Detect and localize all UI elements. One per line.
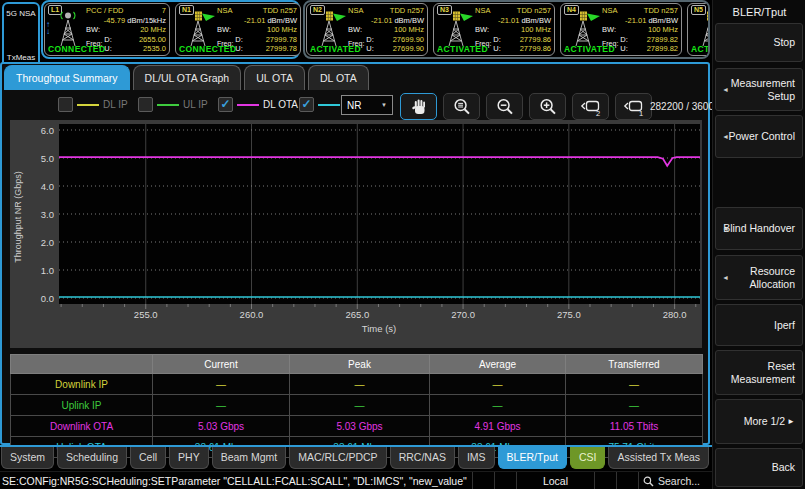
cell-summary-N3[interactable]: N3 NSATDD n257 -21.01 dBm/BW BW:100 MHz [433, 3, 555, 56]
tab-dl-ul-ota-graph[interactable]: DL/UL OTA Graph [133, 65, 242, 90]
checkbox-dl-ota[interactable]: ✓ [218, 97, 233, 112]
legend-item-dl-ota[interactable]: ✓ DL OTA [218, 97, 298, 112]
cell-value: 5.03 Gbps [153, 416, 290, 437]
cell-power-unit: dBm/BW [267, 16, 297, 25]
tab-scheduling[interactable]: Scheduling [57, 447, 127, 469]
ul-freq: 27899.82 [647, 44, 678, 54]
cell-value: 5.03 Gbps [290, 416, 430, 437]
cell-bw: 100 MHz [521, 25, 551, 35]
row-label: Downlink IP [11, 374, 153, 395]
reset-measurement-button[interactable]: Reset Measurement [715, 350, 803, 395]
softkey-panel-title: BLER/Tput [713, 0, 805, 18]
checkmark-icon: ✓ [301, 98, 311, 111]
svg-text:2.0: 2.0 [41, 237, 54, 248]
throughput-chart-panel[interactable]: 255.0260.0265.0270.0275.0280.0 0.01.02.0… [10, 120, 702, 348]
checkbox-dl-ip[interactable] [58, 97, 73, 112]
tab-ims[interactable]: IMS [458, 447, 495, 469]
tab-throughput-summary[interactable]: Throughput Summary [4, 65, 130, 90]
cell-band: TDD n257 [644, 6, 678, 16]
cell-value: — [153, 395, 290, 416]
button-label: Blind Handover [723, 222, 795, 235]
antenna-tower-icon [52, 11, 84, 47]
dl-freq: 27699.90 [393, 35, 424, 45]
checkbox-ul-ip[interactable] [138, 97, 153, 112]
resource-allocation-button[interactable]: ◄ Resource Allocation [715, 255, 803, 300]
measurement-setup-button[interactable]: ◄ Measurement Setup [715, 68, 803, 111]
cell-value: — [430, 374, 566, 395]
col-header-transferred: Transferred [566, 355, 703, 374]
zoom-out-icon [495, 97, 515, 117]
more-pages-button[interactable]: More 1/2 ► [715, 399, 803, 444]
ul-freq: 2535.0 [143, 44, 166, 54]
pan-tool-button[interactable] [400, 93, 437, 120]
tab-dl-ota[interactable]: DL OTA [308, 65, 369, 90]
checkbox-ul-ota[interactable]: ✓ [299, 97, 314, 112]
category-tabs: System Scheduling Cell PHY Beam Mgmt MAC… [1, 447, 709, 469]
status-cell-blank [594, 472, 616, 489]
tab-csi[interactable]: CSI [570, 447, 606, 469]
legend-item-dl-ip[interactable]: DL IP [58, 97, 128, 112]
iperf-button[interactable]: Iperf [715, 304, 803, 346]
back-button[interactable]: Back [715, 448, 803, 487]
cell-summary-N4[interactable]: N4 NSATDD n257 -21.01 dBm/BW BW:100 MHz [560, 3, 682, 56]
zoom-out-button[interactable] [486, 93, 523, 120]
cell-power-unit: dBm/BW [648, 16, 678, 25]
tab-ul-ota[interactable]: UL OTA [244, 65, 305, 90]
tab-beam-mgmt[interactable]: Beam Mgmt [212, 447, 287, 469]
table-row-downlink-ip: Downlink IP — — — — [11, 374, 703, 395]
power-control-button[interactable]: ◄ Power Control [715, 115, 803, 158]
cell-summary-L1[interactable]: L1 ↑↓ PCC / FDD7 -45.79 dBm/15kHz BW:20 … [44, 3, 170, 56]
tab-phy[interactable]: PHY [169, 447, 209, 469]
add-marker-1-button[interactable]: 1 [615, 93, 652, 120]
dl-freq-label: D: [620, 35, 628, 45]
submenu-arrow-icon: ◄ [722, 273, 729, 281]
cell-summary-N5[interactable]: N5 ACTIVATED [687, 3, 710, 56]
dl-freq-label: D: [104, 35, 112, 45]
dl-freq: 27899.82 [647, 35, 678, 45]
cell-bw: 100 MHz [648, 25, 678, 35]
cell-bw: 20 MHz [140, 25, 166, 35]
cell-type: NSA [475, 6, 490, 16]
search-box[interactable]: Search... [638, 472, 712, 489]
cell-type: NSA [348, 6, 363, 16]
zoom-one-to-one-button[interactable] [443, 93, 480, 120]
cell-value: — [290, 374, 430, 395]
tab-cell[interactable]: Cell [130, 447, 166, 469]
button-label: Measurement Setup [723, 77, 795, 102]
rat-select-dropdown[interactable]: NR ▼ [341, 95, 393, 115]
scpi-command-log: SE:CONFig:NR5G:SCHeduling:SETParameter "… [0, 475, 472, 487]
system-mode-label: 5G NSA [6, 9, 35, 18]
tab-assisted-tx-meas[interactable]: Assisted Tx Meas [608, 447, 709, 469]
throughput-chart[interactable]: 255.0260.0265.0270.0275.0280.0 0.01.02.0… [10, 120, 702, 348]
bw-label: BW: [475, 25, 489, 35]
status-cell-blank [472, 472, 494, 489]
bw-label: BW: [86, 25, 100, 35]
tab-system[interactable]: System [1, 447, 54, 469]
ul-freq: 27699.90 [393, 44, 424, 54]
cell-bw: 100 MHz [267, 25, 297, 35]
svg-text:275.0: 275.0 [557, 309, 581, 320]
zoom-in-button[interactable] [529, 93, 566, 120]
throughput-results-table: Current Peak Average Transferred Downlin… [10, 354, 703, 458]
tab-rrc-nas[interactable]: RRC/NAS [390, 447, 455, 469]
tab-mac-rlc-pdcp[interactable]: MAC/RLC/PDCP [289, 447, 386, 469]
cell-summary-N2[interactable]: N2 NSATDD n257 -21.01 dBm/BW BW:100 MHz [306, 3, 428, 56]
tx-meas-label: TxMeas [7, 53, 35, 62]
add-marker-2-button[interactable]: 2 [572, 93, 609, 120]
status-cell-blank [616, 472, 638, 489]
chevron-down-icon: ▼ [381, 102, 387, 108]
cell-type: PCC / FDD [86, 6, 124, 16]
rat-select-value: NR [347, 100, 361, 111]
cell-value: 11.05 Tbits [566, 416, 703, 437]
ul-freq-label: U: [235, 44, 243, 54]
measurement-content-pane: Throughput Summary DL/UL OTA Graph UL OT… [0, 62, 710, 445]
stop-button[interactable]: Stop [715, 23, 803, 62]
table-header-row: Current Peak Average Transferred [11, 355, 703, 374]
dl-ota-line-swatch [237, 104, 259, 106]
cell-summary-N1[interactable]: N1 NSATDD n257 -21.01 dBm/BW BW:100 MHz [175, 3, 301, 56]
system-mode-box[interactable]: 5G NSA TxMeas [2, 2, 40, 63]
blind-handover-button[interactable]: ◄ Blind Handover [715, 207, 803, 250]
bw-label: BW: [602, 25, 616, 35]
tab-bler-tput[interactable]: BLER/Tput [498, 447, 567, 469]
legend-item-ul-ip[interactable]: UL IP [138, 97, 208, 112]
